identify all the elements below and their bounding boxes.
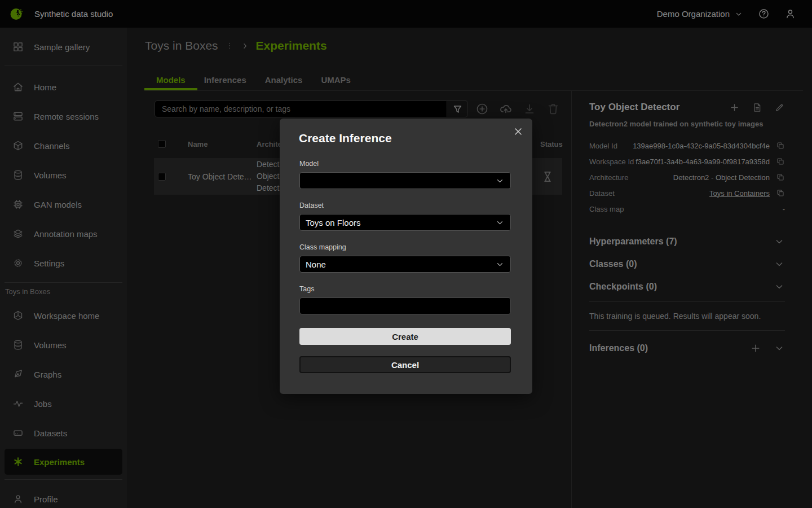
- chevron-down-icon: [495, 260, 505, 269]
- create-button[interactable]: Create: [299, 328, 511, 345]
- dataset-field-label: Dataset: [299, 202, 324, 209]
- chevron-down-icon: [495, 176, 505, 186]
- create-inference-modal: Create Inference Model Dataset Toys on F…: [280, 119, 532, 394]
- chevron-down-icon: [495, 218, 505, 227]
- model-select[interactable]: [299, 172, 511, 189]
- close-icon[interactable]: [512, 125, 524, 138]
- model-field-label: Model: [299, 160, 319, 168]
- dataset-select[interactable]: Toys on Floors: [299, 214, 511, 231]
- modal-title: Create Inference: [299, 132, 392, 145]
- class-mapping-select[interactable]: None: [299, 256, 511, 273]
- cancel-button[interactable]: Cancel: [299, 356, 511, 373]
- tags-field-label: Tags: [299, 285, 314, 293]
- tags-input[interactable]: [299, 297, 511, 314]
- class-mapping-select-value: None: [306, 260, 326, 269]
- dataset-select-value: Toys on Floors: [306, 218, 361, 227]
- class-mapping-field-label: Class mapping: [299, 243, 346, 251]
